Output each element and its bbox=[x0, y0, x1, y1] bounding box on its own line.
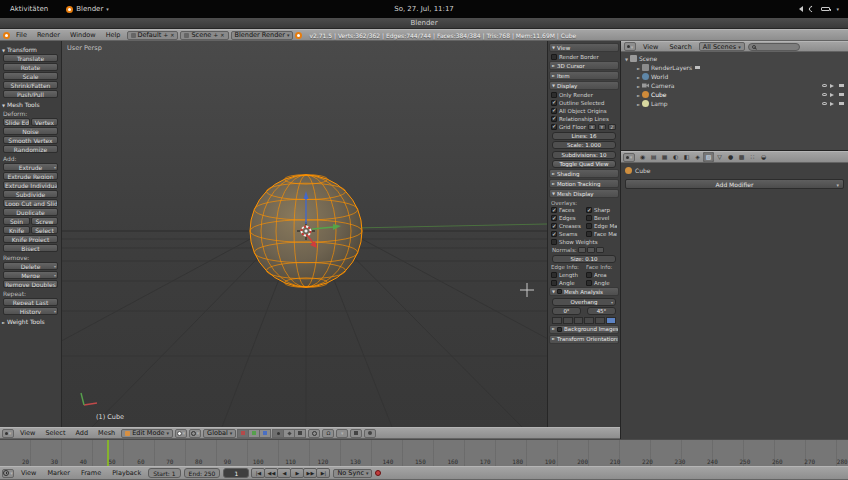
relationship-lines-checkbox[interactable]: Relationship Lines bbox=[551, 116, 617, 123]
normals-size-field[interactable]: Size: 0.10 bbox=[552, 255, 616, 263]
add-icon[interactable] bbox=[213, 31, 218, 39]
play-reverse-button[interactable]: ◀ bbox=[277, 468, 291, 478]
subdivide-button[interactable]: Subdivide bbox=[3, 190, 58, 198]
viewport-shading-dropdown[interactable] bbox=[175, 429, 187, 438]
scene-selector[interactable]: Scene bbox=[180, 31, 228, 40]
mesh-menu[interactable]: Mesh bbox=[94, 429, 119, 437]
editor-type-button[interactable] bbox=[2, 429, 14, 438]
sync-dropdown[interactable]: No Sync bbox=[333, 469, 372, 478]
noise-button[interactable]: Noise bbox=[3, 127, 58, 135]
menu-render[interactable]: Render bbox=[33, 31, 64, 39]
current-frame-field[interactable]: 1 bbox=[223, 468, 249, 478]
render-toggle-icon[interactable] bbox=[695, 66, 700, 70]
panel-mesh-analysis[interactable]: Mesh Analysis bbox=[549, 287, 619, 296]
record-button[interactable] bbox=[375, 470, 381, 476]
limit-to-visible-icon[interactable] bbox=[308, 429, 320, 438]
outline-selected-checkbox[interactable]: Outline Selected bbox=[551, 100, 617, 107]
creases-checkbox[interactable]: Creases bbox=[551, 223, 582, 230]
knife-project-button[interactable]: Knife Project bbox=[3, 235, 58, 243]
panel-transform[interactable]: Transform bbox=[2, 46, 59, 53]
blender-logo-icon[interactable] bbox=[3, 32, 10, 39]
constraints-tab-icon[interactable]: ◈ bbox=[692, 152, 703, 162]
faces-checkbox[interactable]: Faces bbox=[551, 207, 582, 214]
screw-button[interactable]: Screw bbox=[31, 217, 58, 225]
expand-icon[interactable] bbox=[635, 100, 642, 107]
previous-keyframe-button[interactable]: ◀◀ bbox=[264, 468, 278, 478]
expand-icon[interactable] bbox=[635, 82, 642, 89]
checkbox-icon[interactable] bbox=[557, 289, 562, 294]
axis-y-toggle[interactable]: Y bbox=[598, 124, 606, 130]
extrude-region-button[interactable]: Extrude Region bbox=[3, 172, 58, 180]
panel-motion-tracking[interactable]: Motion Tracking bbox=[549, 179, 619, 188]
material-tab-icon[interactable]: ● bbox=[725, 152, 736, 162]
viewport-3d[interactable]: User Persp (1) Cube bbox=[62, 41, 547, 427]
grid-lines-field[interactable]: Lines: 16 bbox=[552, 132, 616, 140]
scale-manipulator-icon[interactable] bbox=[259, 429, 271, 438]
opengl-render-anim-icon[interactable] bbox=[364, 429, 376, 438]
timeline-menu-view[interactable]: View bbox=[17, 469, 40, 477]
activities-button[interactable]: Aktivitäten bbox=[0, 5, 58, 13]
statvis-toggle[interactable] bbox=[584, 317, 594, 324]
face-angle-checkbox[interactable]: Angle bbox=[586, 280, 617, 287]
face-normals-toggle[interactable] bbox=[596, 247, 604, 253]
spin-button[interactable]: Spin bbox=[3, 217, 30, 225]
timeline-ruler[interactable]: 20 30 40 50 60 70 80 90 100 110 120 130 … bbox=[0, 439, 848, 466]
select-button[interactable]: Select bbox=[31, 226, 58, 234]
renderability-camera-icon[interactable] bbox=[839, 102, 844, 106]
outliner-row-lamp[interactable]: Lamp bbox=[623, 99, 848, 108]
breadcrumb-object-name[interactable]: Cube bbox=[635, 167, 651, 174]
bevel-checkbox[interactable]: Bevel bbox=[586, 215, 617, 222]
show-weights-checkbox[interactable]: Show Weights bbox=[551, 239, 617, 246]
render-layers-tab-icon[interactable]: ▤ bbox=[648, 152, 659, 162]
timeline-menu-marker[interactable]: Marker bbox=[43, 469, 73, 477]
panel-display[interactable]: Display bbox=[549, 81, 619, 90]
system-tray[interactable] bbox=[796, 5, 848, 13]
outliner-menu-search[interactable]: Search bbox=[665, 43, 695, 51]
renderability-camera-icon[interactable] bbox=[839, 93, 844, 97]
visibility-eye-icon[interactable] bbox=[822, 102, 827, 106]
knife-button[interactable]: Knife bbox=[3, 226, 30, 234]
add-modifier-dropdown[interactable]: Add Modifier bbox=[625, 179, 844, 189]
remove-doubles-button[interactable]: Remove Doubles bbox=[3, 280, 58, 288]
selectability-arrow-icon[interactable] bbox=[830, 84, 836, 88]
window-titlebar[interactable]: Blender bbox=[0, 18, 848, 29]
render-engine-selector[interactable]: Blender Render bbox=[231, 31, 294, 40]
visibility-eye-icon[interactable] bbox=[822, 93, 827, 97]
outliner-row-renderlayers[interactable]: RenderLayers bbox=[623, 63, 848, 72]
select-menu[interactable]: Select bbox=[41, 429, 69, 437]
outliner-menu-view[interactable]: View bbox=[639, 43, 662, 51]
merge-button[interactable]: Merge bbox=[3, 271, 58, 279]
push-pull-button[interactable]: Push/Pull bbox=[3, 90, 58, 98]
snap-element-dropdown[interactable] bbox=[336, 429, 348, 438]
panel-transform-orientations[interactable]: Transform Orientations bbox=[549, 335, 619, 344]
play-button[interactable]: ▶ bbox=[290, 468, 304, 478]
panel-mesh-display[interactable]: Mesh Display bbox=[549, 189, 619, 198]
analysis-type-dropdown[interactable]: Overhang bbox=[552, 298, 616, 306]
axis-x-toggle[interactable]: X bbox=[588, 124, 596, 130]
render-tab-icon[interactable]: ◉ bbox=[637, 152, 648, 162]
rotate-button[interactable]: Rotate bbox=[3, 63, 58, 71]
clock[interactable]: So, 27. Jul, 11:17 bbox=[394, 5, 454, 13]
statvis-toggle[interactable] bbox=[595, 317, 605, 324]
statvis-toggle[interactable] bbox=[552, 317, 562, 324]
add-menu[interactable]: Add bbox=[72, 429, 93, 437]
render-border-checkbox[interactable]: Render Border bbox=[551, 54, 617, 61]
view-menu[interactable]: View bbox=[16, 429, 39, 437]
statvis-toggle[interactable] bbox=[574, 317, 584, 324]
outliner-row-world[interactable]: World bbox=[623, 72, 848, 81]
all-object-origins-checkbox[interactable]: All Object Origins bbox=[551, 108, 617, 115]
panel-weight-tools[interactable]: Weight Tools bbox=[2, 318, 59, 325]
close-icon[interactable] bbox=[220, 31, 224, 39]
grid-subdivisions-field[interactable]: Subdivisions: 10 bbox=[552, 151, 616, 159]
duplicate-button[interactable]: Duplicate bbox=[3, 208, 58, 216]
analysis-max-field[interactable]: 45° bbox=[587, 307, 616, 315]
opengl-render-icon[interactable] bbox=[350, 429, 362, 438]
close-icon[interactable] bbox=[170, 31, 174, 39]
outliner-row-scene[interactable]: Scene bbox=[623, 54, 848, 63]
shrink-fatten-button[interactable]: Shrink/Fatten bbox=[3, 81, 58, 89]
slide-edge-button[interactable]: Slide Edge bbox=[3, 118, 30, 126]
snap-magnet-icon[interactable]: Ω bbox=[322, 429, 334, 438]
edges-checkbox[interactable]: Edges bbox=[551, 215, 582, 222]
translate-button[interactable]: Translate bbox=[3, 54, 58, 62]
statvis-toggle[interactable] bbox=[563, 317, 573, 324]
